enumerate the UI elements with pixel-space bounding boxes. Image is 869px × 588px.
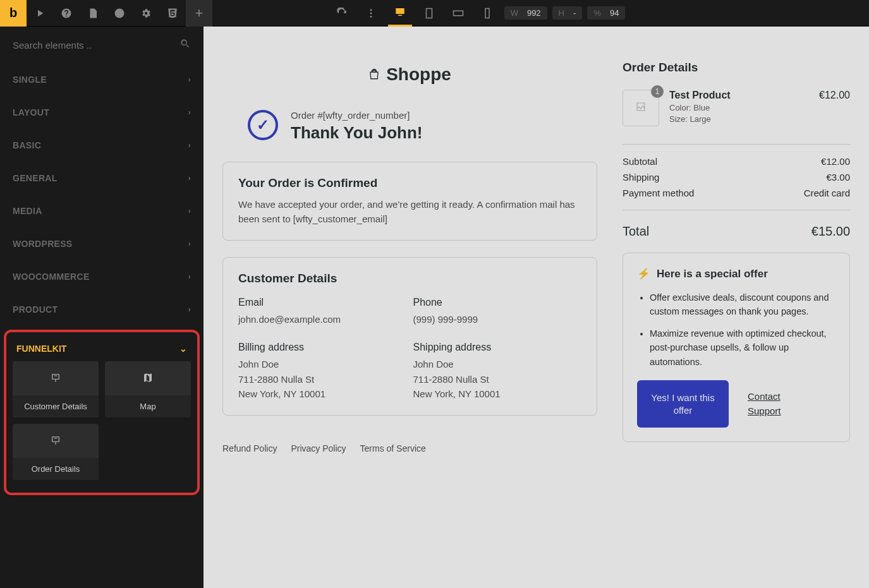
email-label: Email — [238, 297, 407, 308]
chevron-right-icon: › — [188, 108, 191, 117]
search-row — [0, 27, 204, 63]
footer-links: Refund Policy Privacy Policy Terms of Se… — [222, 432, 597, 465]
cat-single[interactable]: Single› — [0, 63, 204, 96]
offer-bullet: Offer exclusive deals, discount coupons … — [650, 291, 836, 319]
chevron-right-icon: › — [188, 75, 191, 84]
offer-bullet: Maximize revenue with optimized checkout… — [650, 327, 836, 369]
order-number: Order #[wfty_order_number] — [291, 110, 422, 121]
svg-point-3 — [148, 374, 150, 376]
shipping-value: John Doe 711-2880 Nulla St New York, NY … — [413, 357, 582, 401]
topbar: b + W992 H- %94 — [0, 0, 869, 27]
grand-total: Total€15.00 — [623, 210, 850, 253]
tile-order-details[interactable]: Order Details — [13, 424, 99, 480]
total-row: Shipping€3.00 — [623, 169, 850, 185]
category-list: Single› Layout› Basic› General› Media› W… — [0, 63, 204, 588]
phone-value: (999) 999-9999 — [413, 312, 582, 327]
svg-point-0 — [370, 9, 372, 11]
bolt-icon: ⚡ — [637, 267, 650, 280]
cat-general[interactable]: General› — [0, 162, 204, 195]
chevron-down-icon: ⌄ — [179, 344, 187, 354]
brand-name: Shoppe — [386, 64, 451, 85]
more-icon[interactable] — [359, 0, 383, 27]
confirm-title: Your Order is Confirmed — [238, 176, 581, 190]
desktop-view-button[interactable] — [388, 0, 412, 27]
add-element-button[interactable]: + — [186, 0, 212, 27]
check-circle-icon: ✓ — [248, 110, 278, 140]
customer-card: Customer Details Email john.doe@example.… — [222, 257, 597, 416]
zoom-display[interactable]: %94 — [587, 6, 625, 20]
offer-card: ⚡ Here is a special offer Offer exclusiv… — [623, 253, 850, 442]
svg-point-2 — [370, 15, 372, 17]
cat-basic[interactable]: Basic› — [0, 129, 204, 162]
product-row: 1 Test Product Color: Blue Size: Large €… — [623, 90, 850, 126]
email-value: john.doe@example.com — [238, 312, 407, 327]
css-icon[interactable] — [159, 0, 186, 27]
total-row: Subtotal€12.00 — [623, 153, 850, 169]
image-placeholder-icon — [635, 101, 647, 116]
text-cursor-icon — [50, 369, 61, 387]
text-cursor-icon — [50, 432, 61, 450]
chevron-right-icon: › — [188, 141, 191, 150]
cat-layout[interactable]: Layout› — [0, 96, 204, 129]
cat-woocommerce[interactable]: WooCommerce› — [0, 260, 204, 293]
offer-cta-button[interactable]: Yes! I want this offer — [637, 380, 729, 428]
total-row: Payment methodCredit card — [623, 185, 850, 201]
product-thumb: 1 — [623, 90, 659, 126]
shipping-label: Shipping address — [413, 342, 582, 353]
mobile-view-button[interactable] — [475, 0, 499, 27]
tile-label: Customer Details — [13, 395, 99, 417]
phone-label: Phone — [413, 297, 582, 308]
privacy-link[interactable]: Privacy Policy — [291, 443, 346, 453]
tile-label: Map — [105, 395, 191, 417]
settings-icon[interactable] — [133, 0, 159, 27]
offer-title: Here is a special offer — [657, 268, 768, 280]
confirm-card: Your Order is Confirmed We have accepted… — [222, 162, 597, 241]
history-icon[interactable] — [106, 0, 133, 27]
canvas[interactable]: Shoppe ✓ Order #[wfty_order_number] Than… — [204, 27, 869, 588]
play-icon[interactable] — [27, 0, 53, 27]
brand: Shoppe — [222, 45, 597, 110]
cat-product[interactable]: Product› — [0, 293, 204, 326]
help-icon[interactable] — [53, 0, 80, 27]
chevron-right-icon: › — [188, 174, 191, 183]
tablet-portrait-button[interactable] — [417, 0, 441, 27]
tile-label: Order Details — [13, 458, 99, 480]
terms-link[interactable]: Terms of Service — [360, 443, 426, 453]
product-color: Color: Blue — [669, 103, 809, 112]
height-display[interactable]: H- — [552, 6, 583, 20]
search-icon[interactable] — [179, 38, 191, 52]
product-name: Test Product — [669, 90, 809, 101]
refund-link[interactable]: Refund Policy — [222, 443, 277, 453]
product-size: Size: Large — [669, 114, 809, 124]
search-input[interactable] — [13, 40, 179, 51]
chevron-right-icon: › — [188, 239, 191, 248]
cat-wordpress[interactable]: WordPress› — [0, 227, 204, 260]
cat-media[interactable]: Media› — [0, 195, 204, 227]
confirm-body: We have accepted your order, and we're g… — [238, 198, 581, 226]
order-details-title: Order Details — [623, 45, 850, 75]
width-display[interactable]: W992 — [504, 6, 547, 20]
chevron-right-icon: › — [188, 305, 191, 314]
product-price: €12.00 — [819, 90, 850, 126]
funnelkit-highlight: FUNNELKIT ⌄ Customer Details Map — [4, 330, 200, 495]
bag-icon — [368, 65, 380, 85]
chevron-right-icon: › — [188, 272, 191, 281]
tile-customer-details[interactable]: Customer Details — [13, 361, 99, 417]
customer-title: Customer Details — [238, 272, 581, 285]
chevron-right-icon: › — [188, 207, 191, 215]
contact-support-link[interactable]: Contact Support — [748, 390, 792, 418]
cat-funnelkit[interactable]: FUNNELKIT ⌄ — [11, 336, 192, 361]
qty-badge: 1 — [651, 85, 664, 98]
tile-map[interactable]: Map — [105, 361, 191, 417]
thank-you-heading: Thank You John! — [291, 123, 422, 143]
billing-label: Billing address — [238, 342, 407, 353]
pages-icon[interactable] — [80, 0, 106, 27]
tablet-landscape-button[interactable] — [446, 0, 470, 27]
elements-sidebar: Single› Layout› Basic› General› Media› W… — [0, 27, 204, 588]
map-icon — [142, 369, 154, 387]
reload-icon[interactable] — [330, 0, 354, 27]
svg-point-1 — [370, 12, 372, 14]
billing-value: John Doe 711-2880 Nulla St New York, NY … — [238, 357, 407, 401]
hero: ✓ Order #[wfty_order_number] Thank You J… — [222, 110, 597, 162]
logo[interactable]: b — [0, 0, 27, 27]
